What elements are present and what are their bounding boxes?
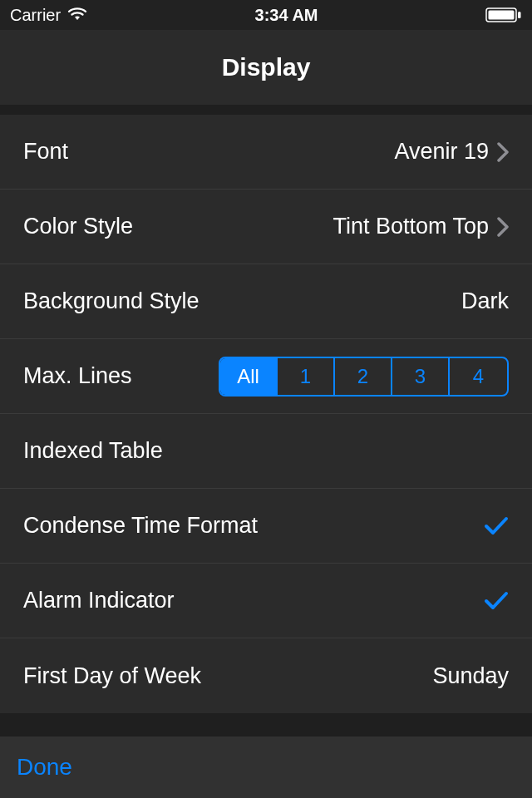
row-font[interactable]: Font Avenir 19 [0, 115, 532, 190]
page-title: Display [222, 53, 311, 81]
checkmark-icon [484, 514, 509, 539]
battery-icon [485, 7, 522, 22]
row-background-style[interactable]: Background Style Dark [0, 264, 532, 339]
done-button[interactable]: Done [17, 754, 72, 781]
settings-list: Font Avenir 19 Color Style Tint Bottom T… [0, 115, 532, 713]
svg-rect-2 [518, 12, 521, 18]
value-background-style: Dark [461, 288, 509, 314]
carrier-label: Carrier [10, 6, 61, 25]
label-indexed-table: Indexed Table [23, 438, 163, 464]
seg-4[interactable]: 4 [450, 358, 507, 395]
label-background-style: Background Style [23, 288, 200, 314]
row-condense-time[interactable]: Condense Time Format [0, 489, 532, 564]
value-font: Avenir 19 [394, 139, 489, 165]
segmented-max-lines[interactable]: All 1 2 3 4 [219, 357, 509, 397]
chevron-right-icon [497, 217, 509, 237]
row-first-day[interactable]: First Day of Week Sunday [0, 638, 532, 713]
value-color-style: Tint Bottom Top [332, 214, 489, 239]
wifi-icon [67, 6, 87, 25]
status-time: 3:34 AM [255, 6, 318, 25]
row-color-style[interactable]: Color Style Tint Bottom Top [0, 190, 532, 264]
seg-2[interactable]: 2 [335, 358, 392, 395]
label-first-day: First Day of Week [23, 663, 201, 689]
seg-1[interactable]: 1 [278, 358, 335, 395]
label-color-style: Color Style [23, 214, 133, 239]
toolbar: Done [0, 736, 532, 798]
chevron-right-icon [497, 142, 509, 162]
status-bar: Carrier 3:34 AM [0, 0, 532, 30]
row-max-lines: Max. Lines All 1 2 3 4 [0, 339, 532, 414]
value-first-day: Sunday [432, 663, 509, 689]
status-left: Carrier [10, 6, 87, 25]
checkmark-icon [484, 589, 509, 613]
label-max-lines: Max. Lines [23, 363, 132, 389]
label-alarm-indicator: Alarm Indicator [23, 588, 175, 613]
seg-all[interactable]: All [220, 358, 278, 395]
label-condense-time: Condense Time Format [23, 513, 258, 539]
label-font: Font [23, 139, 68, 165]
row-alarm-indicator[interactable]: Alarm Indicator [0, 564, 532, 638]
seg-3[interactable]: 3 [392, 358, 450, 395]
row-indexed-table[interactable]: Indexed Table [0, 414, 532, 489]
svg-rect-1 [488, 11, 514, 20]
nav-bar: Display [0, 30, 532, 105]
